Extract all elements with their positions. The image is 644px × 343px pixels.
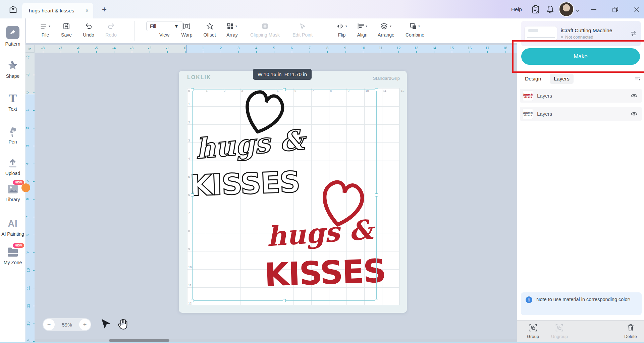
- visibility-eye-icon[interactable]: [631, 112, 638, 116]
- home-button[interactable]: [7, 3, 19, 16]
- mat-brand-logo: LOKLIK: [187, 74, 211, 80]
- hand-icon: [117, 318, 129, 331]
- close-button[interactable]: [632, 5, 641, 14]
- sidebar-item-pen[interactable]: Pen: [0, 125, 25, 145]
- panel-footer: Group Ungroup Delete: [517, 320, 644, 343]
- minimize-icon: [591, 9, 596, 10]
- selection-handle-middle-right[interactable]: [375, 193, 378, 196]
- selection-handle-top-center[interactable]: [283, 88, 286, 91]
- vertical-ruler: -2-101234567891011121314: [25, 53, 35, 343]
- layer-label: Layers: [537, 93, 627, 99]
- make-button[interactable]: Make: [521, 48, 640, 65]
- new-tab-button[interactable]: +: [99, 4, 109, 14]
- offset-button[interactable]: Offset: [203, 21, 216, 38]
- machine-name: iCraft Cutting Machine: [561, 27, 626, 34]
- zoom-out-button[interactable]: −: [43, 319, 55, 330]
- array-button[interactable]: ▼ Array: [226, 21, 237, 38]
- selection-handle-bottom-center[interactable]: [283, 299, 286, 302]
- group-button[interactable]: Group: [527, 324, 539, 339]
- top-bar: hugs heart & kisses × + Help: [0, 0, 644, 18]
- sidebar-label: Upload: [0, 171, 25, 177]
- sidebar-item-upload[interactable]: Upload: [0, 157, 25, 177]
- selection-handle-bottom-left[interactable]: [191, 299, 194, 302]
- tasklist-button[interactable]: [531, 5, 540, 14]
- document-tab[interactable]: hugs heart & kisses ×: [22, 3, 93, 18]
- file-menu-button[interactable]: ▼ File: [40, 21, 51, 38]
- view-mode-select[interactable]: Fill▼: [146, 21, 182, 31]
- switch-machine-icon[interactable]: [630, 31, 637, 37]
- machine-card[interactable]: iCraft Cutting Machine Not connected: [521, 21, 641, 46]
- combine-button[interactable]: ▼ Combine: [406, 21, 424, 38]
- notifications-button[interactable]: [545, 5, 555, 14]
- avatar-chevron-down-icon[interactable]: [576, 7, 579, 13]
- sidebar-item-pattern[interactable]: Pattern: [0, 26, 25, 47]
- tab-layers[interactable]: Layers: [550, 74, 574, 84]
- close-icon: [634, 7, 639, 12]
- select-tool-button[interactable]: [101, 319, 111, 331]
- pattern-icon: [6, 26, 19, 39]
- group-icon: [529, 324, 537, 332]
- info-icon: i: [526, 296, 532, 303]
- delete-button[interactable]: Delete: [624, 324, 637, 339]
- zoom-level: 59%: [62, 322, 72, 328]
- redo-icon: [107, 22, 115, 30]
- tab-close-icon[interactable]: ×: [86, 8, 89, 14]
- sidebar-item-text[interactable]: T Text: [0, 92, 25, 112]
- zoom-in-button[interactable]: +: [79, 319, 91, 330]
- upload-icon: [0, 157, 25, 169]
- machine-image: [525, 26, 557, 41]
- left-sidebar: Pattern Shape T Text Pen Upload: [0, 18, 25, 343]
- caret-down-icon: ▼: [174, 23, 179, 29]
- caret-down-icon: ▼: [389, 25, 392, 28]
- arrange-button[interactable]: ▼ Arrange: [378, 21, 394, 38]
- redo-button: Redo: [105, 21, 116, 38]
- layer-row-red[interactable]: hugs& kisses Layers: [520, 89, 642, 103]
- mat-grip-label: StandardGrip: [356, 76, 400, 81]
- sidebar-item-ai-painting[interactable]: AI AI Painting: [0, 217, 25, 237]
- status-dot: [561, 36, 563, 38]
- toolbar-separator: [134, 21, 135, 41]
- sidebar-label: Text: [0, 106, 25, 112]
- new-badge: NEW: [13, 180, 24, 185]
- horizontal-ruler: -8-7-6-5-4-3-2-1012345678910111213141516…: [35, 45, 517, 53]
- sidebar-label: Shape: [0, 73, 25, 79]
- undo-button[interactable]: Undo: [83, 21, 94, 38]
- view-mode-group: Fill▼ View: [146, 21, 182, 38]
- sidebar-item-my-zone[interactable]: NEW My Zone: [0, 246, 25, 266]
- minimize-button[interactable]: [589, 5, 598, 14]
- visibility-eye-icon[interactable]: [631, 94, 638, 98]
- toolbar-separator: [324, 21, 324, 41]
- user-avatar[interactable]: [559, 2, 574, 17]
- help-link[interactable]: Help: [511, 0, 522, 18]
- selection-handle-top-left[interactable]: [191, 88, 194, 91]
- tab-design[interactable]: Design: [521, 74, 545, 84]
- layer-thumbnail-black: hugs& kisses: [523, 109, 533, 119]
- save-button[interactable]: Save: [61, 21, 72, 38]
- caret-down-icon: ▼: [235, 25, 238, 28]
- arrange-icon: [380, 22, 388, 30]
- align-button[interactable]: ▼ Align: [357, 21, 368, 38]
- warp-button[interactable]: Warp: [181, 21, 193, 38]
- selection-handle-middle-left[interactable]: [191, 193, 194, 196]
- horizontal-scrollbar[interactable]: [35, 339, 517, 342]
- combine-icon: [410, 22, 417, 30]
- bell-icon: [546, 5, 554, 14]
- layer-sort-icon[interactable]: [634, 76, 641, 82]
- flip-button[interactable]: ▼ Flip: [336, 21, 348, 38]
- layer-row-black[interactable]: hugs& kisses Layers: [520, 107, 642, 121]
- pan-tool-button[interactable]: [117, 318, 129, 332]
- home-icon: [8, 4, 18, 14]
- sidebar-item-shape[interactable]: Shape: [0, 59, 25, 79]
- clipping-mask-button: Clipping Mask: [250, 21, 280, 38]
- new-badge: NEW: [13, 243, 24, 248]
- scrollbar-thumb[interactable]: [109, 339, 169, 342]
- warp-icon: [183, 22, 191, 30]
- selection-handle-bottom-right[interactable]: [375, 299, 378, 302]
- maximize-button[interactable]: [610, 5, 620, 14]
- text-icon: T: [0, 92, 25, 105]
- layer-label: Layers: [537, 111, 627, 117]
- floating-action-dot[interactable]: [21, 183, 30, 192]
- selection-handle-top-right[interactable]: [375, 88, 378, 91]
- selection-bounding-box[interactable]: [192, 90, 377, 301]
- sidebar-label: Pattern: [0, 41, 25, 47]
